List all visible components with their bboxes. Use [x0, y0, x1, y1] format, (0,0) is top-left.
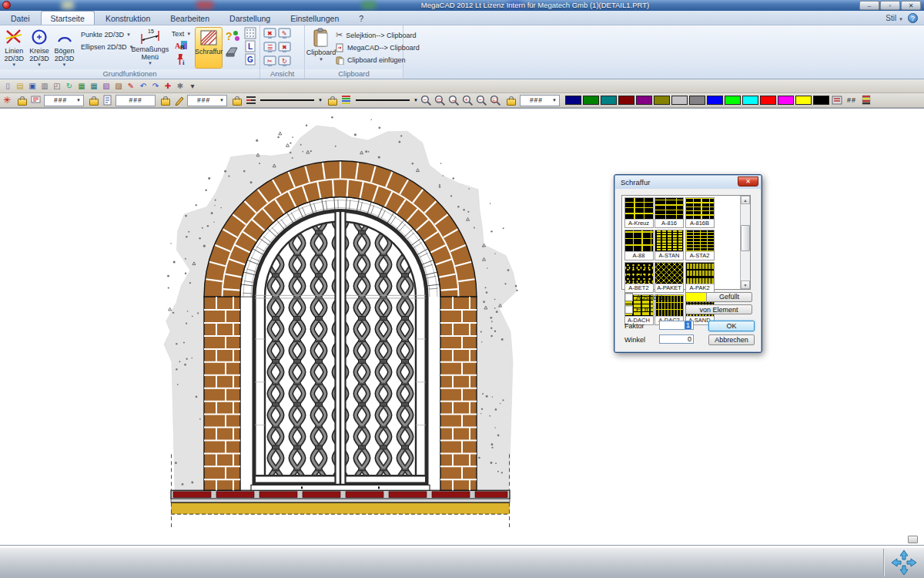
canvas-corner-button[interactable]	[908, 536, 918, 543]
color-swatch-10[interactable]	[742, 96, 758, 105]
punkte-button[interactable]: Punkte 2D/3D▼	[77, 29, 132, 40]
tab-datei[interactable]: Datei	[2, 12, 39, 25]
color-swatch-2[interactable]	[601, 96, 617, 105]
zoom-previous-icon[interactable]: ◱	[490, 95, 501, 106]
plot-settings-icon[interactable]	[832, 95, 842, 106]
view-zoom-all-icon[interactable]: ✖	[278, 42, 292, 55]
screen-save-icon[interactable]: ▨	[113, 81, 124, 92]
color-swatch-0[interactable]	[565, 96, 581, 105]
clipboard-button[interactable]: Clipboard▼	[306, 27, 336, 69]
undo-icon[interactable]: ↶	[138, 81, 149, 92]
cancel-button[interactable]: Abbrechen	[708, 334, 755, 345]
clipboard-einfuegen-item[interactable]: Clipboard einfügen	[336, 55, 420, 65]
group-combo[interactable]: ###	[116, 95, 156, 106]
minimize-button[interactable]: –	[859, 1, 879, 10]
maximize-button[interactable]: ▫	[880, 1, 900, 10]
save-icon[interactable]: ▣	[27, 81, 38, 92]
zoom-window-icon[interactable]: ▭	[434, 95, 446, 106]
layer-combo[interactable]: ###▼	[44, 95, 84, 106]
more-icon[interactable]: ▾	[187, 81, 198, 92]
kreise-button[interactable]: Kreise 2D/3D▼	[27, 27, 52, 69]
hatch-pattern-A-816[interactable]: A-816	[654, 197, 684, 228]
scroll-down-icon[interactable]: ▼	[741, 281, 750, 289]
grid-icon[interactable]	[244, 27, 256, 39]
linewidth-icon[interactable]	[246, 95, 256, 106]
group-page-icon[interactable]	[102, 95, 113, 106]
redraw-icon[interactable]: ↻	[64, 81, 75, 92]
tab-?[interactable]: ?	[350, 12, 373, 25]
pen-colors-icon[interactable]	[341, 95, 352, 106]
dropdown-arrow-icon[interactable]: ▼	[219, 98, 225, 102]
view-redraw-icon[interactable]: ✎	[278, 28, 292, 41]
schraffur-button[interactable]: Schraffur	[195, 27, 223, 69]
color-combo[interactable]: ###▼	[520, 95, 560, 106]
zoom-minus-icon[interactable]: −	[476, 95, 487, 106]
print-preview-icon[interactable]: ◰	[52, 81, 62, 92]
lock-icon[interactable]	[328, 99, 337, 106]
dropdown-arrow-icon[interactable]: ▼	[318, 98, 323, 102]
redo-icon[interactable]: ↷	[150, 81, 161, 92]
plot-icon[interactable]: ✱	[175, 81, 186, 92]
linien-button[interactable]: Linien 2D/3D▼	[2, 27, 27, 69]
print-icon[interactable]: ▥	[39, 81, 50, 92]
zoom-out-icon[interactable]: −	[420, 95, 432, 106]
hatch-pattern-A-STA2[interactable]: A-STA2	[685, 230, 715, 260]
dropdown-arrow-icon[interactable]: ▼	[76, 98, 82, 102]
dropdown-arrow-icon[interactable]: ▼	[552, 98, 557, 102]
layer-icon[interactable]	[31, 95, 42, 106]
view-tile-icon[interactable]: ☰	[263, 42, 277, 55]
lock-icon[interactable]	[161, 99, 170, 106]
new-icon[interactable]: ▯	[2, 81, 13, 92]
query-icon[interactable]: ?	[225, 29, 240, 43]
text-style-icon[interactable]: A B	[175, 40, 188, 52]
hatch-pattern-A-88[interactable]: A-88	[624, 230, 654, 260]
color-swatch-11[interactable]	[760, 96, 776, 105]
faktor-input[interactable]: 1	[659, 321, 694, 330]
selektion-clipboard-item[interactable]: ✂ Selejktion--> Clipboard	[336, 30, 420, 40]
insert-image-icon[interactable]: ▦	[76, 81, 87, 92]
edit-checkbox[interactable]: EDIT	[624, 305, 653, 314]
save-image-icon[interactable]: ▦	[89, 81, 99, 92]
lock-icon[interactable]	[89, 99, 99, 106]
delete-pen-icon[interactable]: ✎	[126, 81, 136, 92]
hatch-pattern-A-Kreuz[interactable]: A-Kreuz	[624, 197, 654, 228]
hatch-pattern-A-816B[interactable]: A-816B	[685, 197, 715, 228]
color-swatch-5[interactable]	[654, 96, 670, 105]
ausrichten-checkbox[interactable]: Ausrichten	[624, 293, 671, 301]
winkel-input[interactable]: 0	[659, 334, 694, 344]
pen-combo[interactable]: ###▼	[187, 95, 227, 106]
scroll-thumb[interactable]	[741, 225, 750, 251]
view-window-icon[interactable]: ✖	[263, 28, 277, 41]
color-swatch-14[interactable]	[813, 96, 829, 105]
pen-icon[interactable]	[174, 95, 185, 106]
pen-table-icon[interactable]	[861, 95, 872, 106]
von-element-button[interactable]: von Element	[685, 304, 752, 314]
hatch-pattern-A-PAKET[interactable]: A-PAKET	[654, 262, 684, 293]
zoom-fit-icon[interactable]: ↔	[448, 95, 460, 106]
help-icon[interactable]: ?	[908, 13, 918, 23]
scroll-up-icon[interactable]: ▲	[741, 196, 750, 204]
drawing-canvas[interactable]	[0, 108, 924, 546]
tab-startseite[interactable]: Startseite	[41, 11, 95, 25]
zoom-in-icon[interactable]: +	[462, 95, 474, 106]
pin-info-icon[interactable]: i	[176, 53, 187, 66]
gefuellt-button[interactable]: Gefüllt	[685, 292, 752, 302]
view-cut-icon[interactable]: ✂	[263, 55, 277, 69]
hatch-pattern-A-STAN[interactable]: A-STAN	[654, 230, 684, 260]
megacad-clipboard-item[interactable]: MegaCAD--> Clipboard	[336, 43, 420, 52]
checkbox-box[interactable]	[624, 305, 633, 314]
boegen-button[interactable]: Bögen 2D/3D▼	[52, 27, 77, 69]
lock-icon[interactable]	[18, 99, 27, 106]
linetype-preview[interactable]	[260, 99, 314, 101]
pan-icon[interactable]	[890, 549, 918, 576]
solid-3d-icon[interactable]	[225, 45, 240, 57]
tab-darstellung[interactable]: Darstellung	[220, 12, 280, 25]
screen-copy-icon[interactable]: ▧	[101, 81, 112, 92]
hatch-pattern-A-BET2[interactable]: A-BET2	[624, 262, 654, 293]
text-button[interactable]: Text▼	[170, 29, 192, 39]
pin-info-icon[interactable]: ✚	[162, 81, 173, 92]
layer-l-icon[interactable]: L	[244, 40, 256, 52]
group-g-icon[interactable]: G	[244, 53, 256, 66]
color-swatch-9[interactable]	[725, 96, 741, 105]
color-swatch-8[interactable]	[707, 96, 723, 105]
